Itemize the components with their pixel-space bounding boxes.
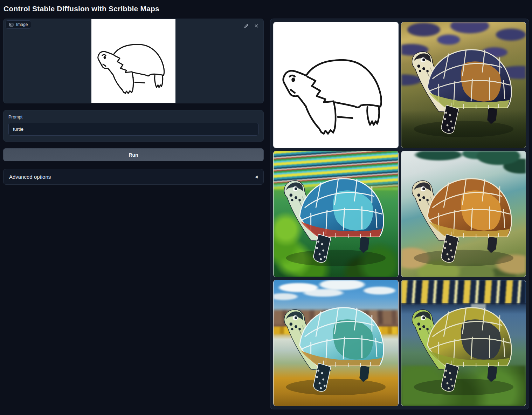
accordion-collapse-icon: ◀ <box>255 175 258 179</box>
output-gallery <box>270 19 529 409</box>
turtle-image <box>401 280 526 406</box>
image-label-badge: Image <box>6 20 31 29</box>
main-layout: Image Prompt Run <box>0 19 532 409</box>
turtle-image <box>401 22 526 148</box>
edit-image-button[interactable] <box>242 22 250 29</box>
turtle-image <box>274 151 398 277</box>
turtle-image <box>274 280 398 406</box>
turtle-scribble-drawing <box>274 22 398 148</box>
turtle-photo-figure <box>401 280 526 406</box>
page-title: Control Stable Diffusion with Scribble M… <box>4 5 532 13</box>
advanced-options-label: Advanced options <box>9 174 51 180</box>
image-label: Image <box>16 22 28 27</box>
image-input-block: Image <box>3 19 264 103</box>
turtle-photo-figure <box>401 22 526 148</box>
turtle-photo-figure <box>274 151 398 277</box>
gallery-item-turtle-underwater-gold[interactable] <box>401 280 526 406</box>
turtle-scribble-drawing <box>91 19 175 103</box>
input-column: Image Prompt Run <box>3 19 264 185</box>
gallery-item-turtle-teal-painting[interactable] <box>273 151 399 277</box>
turtle-image <box>401 151 526 277</box>
tile-background <box>274 22 398 148</box>
turtle-photo-figure <box>274 280 398 406</box>
prompt-input[interactable] <box>8 123 258 136</box>
clear-image-button[interactable] <box>253 22 260 29</box>
close-icon <box>254 23 259 28</box>
gallery-item-turtle-mountain-lake[interactable] <box>273 280 399 406</box>
gallery-item-turtle-golden-water[interactable] <box>401 22 526 148</box>
run-button[interactable]: Run <box>3 148 264 161</box>
pencil-icon <box>244 23 249 28</box>
gallery-item-scribble-input[interactable] <box>273 22 399 148</box>
prompt-label: Prompt <box>8 115 258 120</box>
turtle-photo-figure <box>401 151 526 277</box>
image-toolbar <box>242 22 260 29</box>
prompt-block: Prompt <box>3 110 264 142</box>
scribble-canvas[interactable] <box>91 19 175 103</box>
advanced-options-accordion[interactable]: Advanced options ◀ <box>3 169 264 185</box>
output-column <box>270 19 529 409</box>
gallery-item-turtle-clear-water[interactable] <box>401 151 526 277</box>
image-icon <box>9 22 14 27</box>
